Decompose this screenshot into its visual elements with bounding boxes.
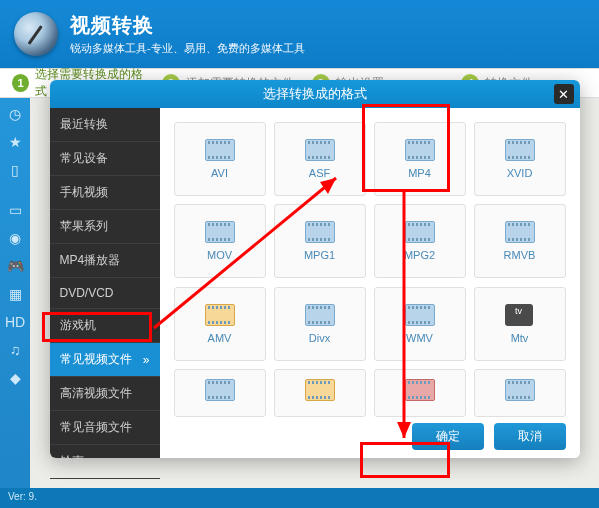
app-title: 视频转换	[70, 12, 305, 39]
sidebar-item-dvd[interactable]: DVD/VCD	[50, 278, 160, 309]
format-extra-3[interactable]	[374, 369, 466, 417]
sidebar-item-device[interactable]: 常见设备	[50, 142, 160, 176]
sidebar-item-common-audio[interactable]: 常见音频文件	[50, 411, 160, 445]
sidebar-item-game[interactable]: 游戏机	[50, 309, 160, 343]
left-tool-iconbar: ◷ ★ ▯ ▭ ◉ 🎮 ▦ HD ♫ ◆	[0, 98, 30, 488]
format-mtv[interactable]: Mtv	[474, 287, 566, 361]
music-icon[interactable]: ♫	[10, 342, 21, 358]
format-asf[interactable]: ASF	[274, 122, 366, 196]
version-label: Ver: 9.	[8, 491, 37, 502]
format-xvid[interactable]: XVID	[474, 122, 566, 196]
format-wmv[interactable]: WMV	[374, 287, 466, 361]
sidebar-item-mp4[interactable]: MP4播放器	[50, 244, 160, 278]
disc-icon[interactable]: ◉	[9, 230, 21, 246]
gamepad-icon[interactable]: 🎮	[7, 258, 24, 274]
format-grid: AVI ASF MP4 XVID MOV MPG1 MPG2 RMVB AMV …	[174, 122, 566, 417]
format-mov[interactable]: MOV	[174, 204, 266, 278]
format-amv[interactable]: AMV	[174, 287, 266, 361]
format-modal: 选择转换成的格式 ✕ 最近转换 常见设备 手机视频 苹果系列 MP4播放器 DV…	[50, 80, 580, 458]
modal-overlay: 选择转换成的格式 ✕ 最近转换 常见设备 手机视频 苹果系列 MP4播放器 DV…	[30, 98, 599, 488]
sidebar-item-apple[interactable]: 苹果系列	[50, 210, 160, 244]
cancel-button[interactable]: 取消	[494, 423, 566, 450]
format-rmvb[interactable]: RMVB	[474, 204, 566, 278]
category-sidebar: 最近转换 常见设备 手机视频 苹果系列 MP4播放器 DVD/VCD 游戏机 常…	[50, 108, 160, 458]
chevron-right-icon: »	[143, 353, 150, 367]
format-mp4[interactable]: MP4	[374, 122, 466, 196]
app-logo-icon	[14, 12, 58, 56]
video-icon[interactable]: ▦	[9, 286, 22, 302]
app-subtitle: 锐动多媒体工具-专业、易用、免费的多媒体工具	[70, 41, 305, 56]
format-avi[interactable]: AVI	[174, 122, 266, 196]
format-mpg1[interactable]: MPG1	[274, 204, 366, 278]
bell-icon[interactable]: ◆	[10, 370, 21, 386]
format-divx[interactable]: Divx	[274, 287, 366, 361]
modal-title: 选择转换成的格式	[263, 85, 367, 103]
phone-icon[interactable]: ▯	[11, 162, 19, 178]
step-1-num: 1	[12, 74, 29, 92]
star-icon[interactable]: ★	[9, 134, 22, 150]
sidebar-item-ringtone[interactable]: 铃声	[50, 445, 160, 479]
sidebar-item-hd-video[interactable]: 高清视频文件	[50, 377, 160, 411]
ok-button[interactable]: 确定	[412, 423, 484, 450]
format-extra-4[interactable]	[474, 369, 566, 417]
footer: Ver: 9.	[0, 488, 599, 508]
modal-header: 选择转换成的格式 ✕	[50, 80, 580, 108]
format-mpg2[interactable]: MPG2	[374, 204, 466, 278]
close-icon[interactable]: ✕	[554, 84, 574, 104]
hd-icon[interactable]: HD	[5, 314, 25, 330]
sidebar-item-common-video[interactable]: 常见视频文件»	[50, 343, 160, 377]
clock-icon[interactable]: ◷	[9, 106, 21, 122]
mp4-icon[interactable]: ▭	[9, 202, 22, 218]
sidebar-item-recent[interactable]: 最近转换	[50, 108, 160, 142]
format-extra-1[interactable]	[174, 369, 266, 417]
format-extra-2[interactable]	[274, 369, 366, 417]
app-header: 视频转换 锐动多媒体工具-专业、易用、免费的多媒体工具	[0, 0, 599, 68]
sidebar-item-mobile[interactable]: 手机视频	[50, 176, 160, 210]
